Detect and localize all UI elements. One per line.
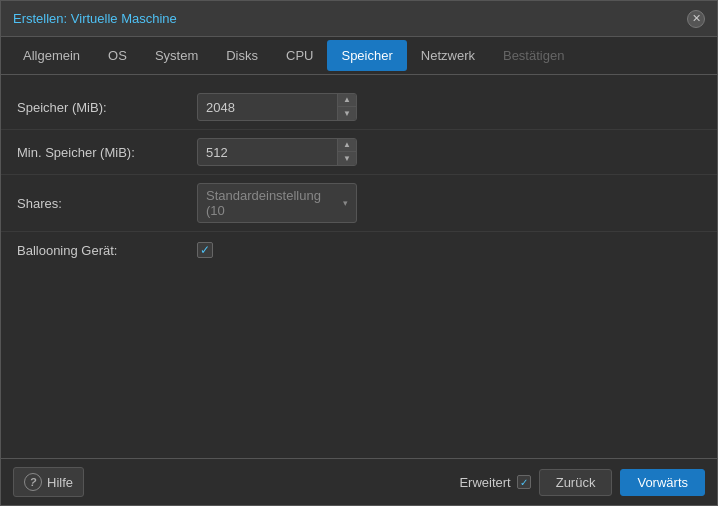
erweitert-checkbox[interactable] [517,475,531,489]
tab-bestatigen: Bestätigen [489,40,578,71]
ballooning-checkbox-wrap [197,242,213,258]
tab-cpu[interactable]: CPU [272,40,327,71]
shares-label: Shares: [17,196,197,211]
shares-select[interactable]: Standardeinstellung (10 ▾ [197,183,357,223]
min-speicher-arrows: ▲ ▼ [337,139,356,165]
ballooning-row: Ballooning Gerät: [1,232,717,268]
tab-allgemein[interactable]: Allgemein [9,40,94,71]
arrow-down-icon: ▼ [343,155,351,163]
speicher-input[interactable] [198,96,337,119]
ballooning-control [197,242,213,258]
close-button[interactable]: ✕ [687,10,705,28]
ballooning-label: Ballooning Gerät: [17,243,197,258]
speicher-arrow-up[interactable]: ▲ [338,94,356,107]
question-mark: ? [30,476,37,488]
create-vm-dialog: Erstellen: Virtuelle Maschine ✕ Allgemei… [0,0,718,506]
speicher-row: Speicher (MiB): ▲ ▼ [1,85,717,130]
min-speicher-arrow-down[interactable]: ▼ [338,152,356,165]
help-icon: ? [24,473,42,491]
min-speicher-input[interactable] [198,141,337,164]
min-speicher-control: ▲ ▼ [197,138,357,166]
erweitert-wrap: Erweitert [459,475,530,490]
tab-os[interactable]: OS [94,40,141,71]
hilfe-button[interactable]: ? Hilfe [13,467,84,497]
arrow-up-icon: ▲ [343,141,351,149]
title-bar: Erstellen: Virtuelle Maschine ✕ [1,1,717,37]
vorwarts-button[interactable]: Vorwärts [620,469,705,496]
shares-control: Standardeinstellung (10 ▾ [197,183,357,223]
arrow-down-icon: ▼ [343,110,351,118]
shares-row: Shares: Standardeinstellung (10 ▾ [1,175,717,232]
footer-left: ? Hilfe [13,467,84,497]
footer: ? Hilfe Erweitert Zurück Vorwärts [1,458,717,505]
speicher-arrows: ▲ ▼ [337,94,356,120]
min-speicher-row: Min. Speicher (MiB): ▲ ▼ [1,130,717,175]
footer-right: Erweitert Zurück Vorwärts [459,469,705,496]
erweitert-label: Erweitert [459,475,510,490]
speicher-spinbox[interactable]: ▲ ▼ [197,93,357,121]
tab-system[interactable]: System [141,40,212,71]
tab-disks[interactable]: Disks [212,40,272,71]
ballooning-checkbox[interactable] [197,242,213,258]
form-content: Speicher (MiB): ▲ ▼ [1,75,717,458]
tab-netzwerk[interactable]: Netzwerk [407,40,489,71]
hilfe-label: Hilfe [47,475,73,490]
tab-speicher[interactable]: Speicher [327,40,406,71]
shares-value: Standardeinstellung (10 [206,188,339,218]
min-speicher-spinbox[interactable]: ▲ ▼ [197,138,357,166]
tab-bar: Allgemein OS System Disks CPU Speicher N… [1,37,717,75]
speicher-form: Speicher (MiB): ▲ ▼ [1,75,717,268]
speicher-label: Speicher (MiB): [17,100,197,115]
min-speicher-label: Min. Speicher (MiB): [17,145,197,160]
min-speicher-arrow-up[interactable]: ▲ [338,139,356,152]
dialog-title: Erstellen: Virtuelle Maschine [13,11,177,26]
close-icon: ✕ [692,13,701,24]
zuruck-button[interactable]: Zurück [539,469,613,496]
arrow-up-icon: ▲ [343,96,351,104]
speicher-arrow-down[interactable]: ▼ [338,107,356,120]
chevron-down-icon: ▾ [343,198,348,208]
speicher-control: ▲ ▼ [197,93,357,121]
